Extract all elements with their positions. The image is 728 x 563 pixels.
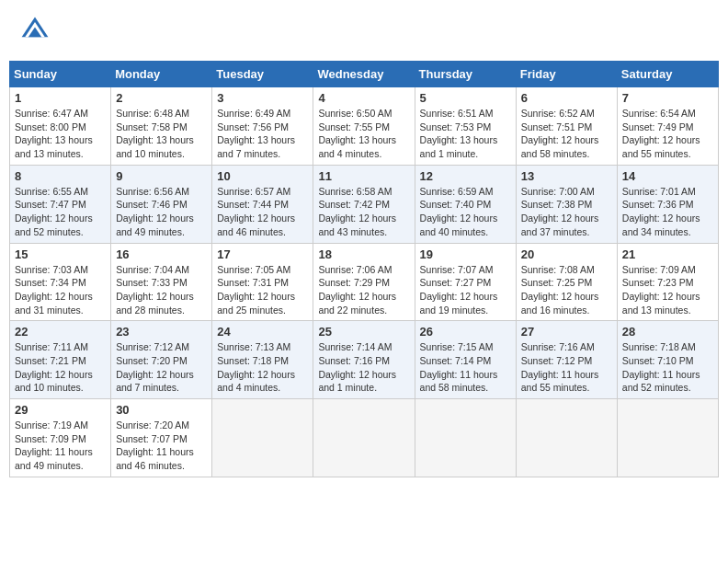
calendar-cell: 18Sunrise: 7:06 AM Sunset: 7:29 PM Dayli… — [313, 243, 415, 321]
header-tuesday: Tuesday — [212, 62, 313, 87]
calendar-cell: 19Sunrise: 7:07 AM Sunset: 7:27 PM Dayli… — [415, 243, 516, 321]
day-detail: Sunrise: 6:48 AM Sunset: 7:58 PM Dayligh… — [116, 107, 207, 161]
day-detail: Sunrise: 7:18 AM Sunset: 7:10 PM Dayligh… — [622, 340, 713, 395]
day-number: 5 — [420, 91, 511, 105]
day-number: 4 — [318, 91, 409, 105]
calendar-cell: 21Sunrise: 7:09 AM Sunset: 7:23 PM Dayli… — [617, 243, 718, 321]
calendar-cell: 25Sunrise: 7:14 AM Sunset: 7:16 PM Dayli… — [313, 321, 415, 399]
day-number: 1 — [15, 91, 106, 105]
day-detail: Sunrise: 7:00 AM Sunset: 7:38 PM Dayligh… — [521, 185, 612, 239]
header-saturday: Saturday — [617, 62, 718, 87]
calendar-cell — [415, 399, 516, 477]
calendar-cell — [212, 399, 313, 477]
calendar-cell: 14Sunrise: 7:01 AM Sunset: 7:36 PM Dayli… — [617, 165, 718, 243]
header-sunday: Sunday — [10, 62, 111, 87]
day-number: 11 — [318, 169, 409, 183]
calendar-cell: 17Sunrise: 7:05 AM Sunset: 7:31 PM Dayli… — [212, 243, 313, 321]
calendar-body: 1Sunrise: 6:47 AM Sunset: 8:00 PM Daylig… — [10, 87, 719, 477]
day-detail: Sunrise: 6:57 AM Sunset: 7:44 PM Dayligh… — [217, 185, 308, 239]
day-detail: Sunrise: 6:54 AM Sunset: 7:49 PM Dayligh… — [622, 107, 713, 161]
calendar-week-3: 15Sunrise: 7:03 AM Sunset: 7:34 PM Dayli… — [10, 243, 719, 321]
day-detail: Sunrise: 7:20 AM Sunset: 7:07 PM Dayligh… — [116, 419, 207, 473]
calendar-week-1: 1Sunrise: 6:47 AM Sunset: 8:00 PM Daylig… — [10, 87, 719, 166]
calendar-cell: 22Sunrise: 7:11 AM Sunset: 7:21 PM Dayli… — [10, 321, 111, 399]
day-number: 14 — [622, 169, 713, 183]
calendar-cell — [617, 399, 718, 477]
calendar-cell: 23Sunrise: 7:12 AM Sunset: 7:20 PM Dayli… — [111, 321, 212, 399]
day-number: 30 — [116, 403, 207, 417]
calendar-cell: 24Sunrise: 7:13 AM Sunset: 7:18 PM Dayli… — [212, 321, 313, 399]
day-number: 22 — [15, 325, 106, 339]
day-detail: Sunrise: 6:51 AM Sunset: 7:53 PM Dayligh… — [420, 107, 511, 161]
day-number: 9 — [116, 169, 207, 183]
day-detail: Sunrise: 7:04 AM Sunset: 7:33 PM Dayligh… — [116, 263, 207, 317]
calendar-cell: 8Sunrise: 6:55 AM Sunset: 7:47 PM Daylig… — [10, 165, 111, 243]
day-detail: Sunrise: 7:11 AM Sunset: 7:21 PM Dayligh… — [15, 340, 106, 395]
day-detail: Sunrise: 7:05 AM Sunset: 7:31 PM Dayligh… — [217, 263, 308, 317]
calendar-cell: 11Sunrise: 6:58 AM Sunset: 7:42 PM Dayli… — [313, 165, 415, 243]
calendar-cell: 30Sunrise: 7:20 AM Sunset: 7:07 PM Dayli… — [111, 399, 212, 477]
day-detail: Sunrise: 7:14 AM Sunset: 7:16 PM Dayligh… — [318, 340, 409, 395]
day-detail: Sunrise: 6:50 AM Sunset: 7:55 PM Dayligh… — [318, 107, 409, 161]
calendar-cell — [313, 399, 415, 477]
day-number: 16 — [116, 247, 207, 261]
calendar-cell: 15Sunrise: 7:03 AM Sunset: 7:34 PM Dayli… — [10, 243, 111, 321]
calendar-cell: 20Sunrise: 7:08 AM Sunset: 7:25 PM Dayli… — [516, 243, 617, 321]
day-number: 13 — [521, 169, 612, 183]
day-number: 24 — [217, 325, 308, 339]
calendar-table: SundayMondayTuesdayWednesdayThursdayFrid… — [9, 61, 719, 477]
day-number: 20 — [521, 247, 612, 261]
day-number: 17 — [217, 247, 308, 261]
day-detail: Sunrise: 7:19 AM Sunset: 7:09 PM Dayligh… — [15, 419, 106, 473]
day-number: 15 — [15, 247, 106, 261]
calendar-cell: 2Sunrise: 6:48 AM Sunset: 7:58 PM Daylig… — [111, 87, 212, 166]
header-wednesday: Wednesday — [313, 62, 415, 87]
day-number: 29 — [15, 403, 106, 417]
day-detail: Sunrise: 7:08 AM Sunset: 7:25 PM Dayligh… — [521, 263, 612, 317]
day-detail: Sunrise: 6:52 AM Sunset: 7:51 PM Dayligh… — [521, 107, 612, 161]
calendar-cell: 10Sunrise: 6:57 AM Sunset: 7:44 PM Dayli… — [212, 165, 313, 243]
calendar-cell: 29Sunrise: 7:19 AM Sunset: 7:09 PM Dayli… — [10, 399, 111, 477]
calendar-cell: 27Sunrise: 7:16 AM Sunset: 7:12 PM Dayli… — [516, 321, 617, 399]
calendar-header-row: SundayMondayTuesdayWednesdayThursdayFrid… — [10, 62, 719, 87]
calendar-cell: 5Sunrise: 6:51 AM Sunset: 7:53 PM Daylig… — [415, 87, 516, 166]
day-detail: Sunrise: 7:15 AM Sunset: 7:14 PM Dayligh… — [420, 340, 511, 395]
calendar-cell: 4Sunrise: 6:50 AM Sunset: 7:55 PM Daylig… — [313, 87, 415, 166]
calendar-cell: 12Sunrise: 6:59 AM Sunset: 7:40 PM Dayli… — [415, 165, 516, 243]
calendar-cell: 6Sunrise: 6:52 AM Sunset: 7:51 PM Daylig… — [516, 87, 617, 166]
day-detail: Sunrise: 6:47 AM Sunset: 8:00 PM Dayligh… — [15, 107, 106, 161]
day-number: 18 — [318, 247, 409, 261]
calendar-cell: 3Sunrise: 6:49 AM Sunset: 7:56 PM Daylig… — [212, 87, 313, 166]
day-detail: Sunrise: 6:55 AM Sunset: 7:47 PM Dayligh… — [15, 185, 106, 239]
day-detail: Sunrise: 6:49 AM Sunset: 7:56 PM Dayligh… — [217, 107, 308, 161]
calendar-cell: 13Sunrise: 7:00 AM Sunset: 7:38 PM Dayli… — [516, 165, 617, 243]
calendar-week-5: 29Sunrise: 7:19 AM Sunset: 7:09 PM Dayli… — [10, 399, 719, 477]
day-number: 7 — [622, 91, 713, 105]
day-number: 19 — [420, 247, 511, 261]
day-detail: Sunrise: 7:01 AM Sunset: 7:36 PM Dayligh… — [622, 185, 713, 239]
day-detail: Sunrise: 6:58 AM Sunset: 7:42 PM Dayligh… — [318, 185, 409, 239]
calendar-cell: 7Sunrise: 6:54 AM Sunset: 7:49 PM Daylig… — [617, 87, 718, 166]
page-header — [9, 9, 719, 52]
day-number: 3 — [217, 91, 308, 105]
day-number: 8 — [15, 169, 106, 183]
calendar-cell: 28Sunrise: 7:18 AM Sunset: 7:10 PM Dayli… — [617, 321, 718, 399]
day-number: 27 — [521, 325, 612, 339]
day-detail: Sunrise: 7:13 AM Sunset: 7:18 PM Dayligh… — [217, 340, 308, 395]
logo — [18, 14, 57, 47]
day-number: 6 — [521, 91, 612, 105]
day-number: 25 — [318, 325, 409, 339]
day-number: 12 — [420, 169, 511, 183]
calendar-week-4: 22Sunrise: 7:11 AM Sunset: 7:21 PM Dayli… — [10, 321, 719, 399]
header-friday: Friday — [516, 62, 617, 87]
calendar-cell — [516, 399, 617, 477]
day-number: 10 — [217, 169, 308, 183]
calendar-cell: 9Sunrise: 6:56 AM Sunset: 7:46 PM Daylig… — [111, 165, 212, 243]
day-number: 26 — [420, 325, 511, 339]
day-detail: Sunrise: 7:03 AM Sunset: 7:34 PM Dayligh… — [15, 263, 106, 317]
day-detail: Sunrise: 7:06 AM Sunset: 7:29 PM Dayligh… — [318, 263, 409, 317]
day-number: 21 — [622, 247, 713, 261]
day-detail: Sunrise: 6:59 AM Sunset: 7:40 PM Dayligh… — [420, 185, 511, 239]
day-number: 2 — [116, 91, 207, 105]
logo-icon — [18, 14, 51, 47]
